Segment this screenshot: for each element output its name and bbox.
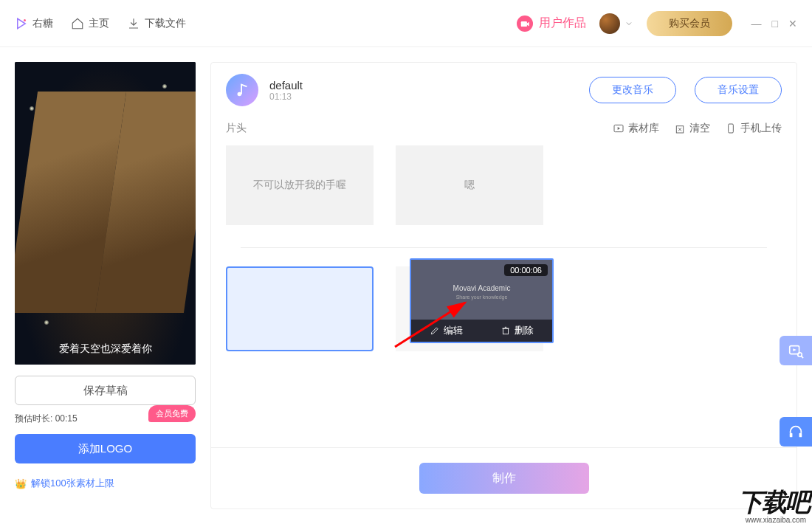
float-support-button[interactable]: [780, 417, 812, 447]
pencil-icon: [430, 325, 440, 336]
close-button[interactable]: ✕: [788, 18, 797, 30]
home-link[interactable]: 主页: [71, 17, 109, 30]
preview-image[interactable]: 爱着天空也深爱着你: [15, 62, 196, 365]
divider: [241, 247, 767, 248]
clip-text: 不可以放开我的手喔: [253, 179, 346, 192]
user-works-label: 用户作品: [539, 15, 586, 31]
maximize-button[interactable]: □: [772, 18, 778, 30]
duration-label: 预估时长: 00:15: [15, 413, 78, 424]
svg-rect-12: [799, 433, 802, 438]
header-left: 右糖 主页 下载文件: [15, 17, 186, 30]
material-library-button[interactable]: 素材库: [613, 122, 659, 135]
brand-logo[interactable]: 右糖: [15, 17, 53, 30]
float-preview-button[interactable]: [780, 336, 812, 365]
mobile-upload-label: 手机上传: [740, 122, 782, 135]
svg-rect-1: [520, 21, 526, 27]
chevron-down-icon: [625, 19, 633, 28]
thumb-title: Movavi Academic Share your knowledge: [453, 284, 511, 300]
side-float-icons: [780, 336, 812, 447]
music-name: default: [269, 79, 571, 92]
music-bar: default 01:13 更改音乐 音乐设置: [211, 63, 796, 117]
music-settings-button[interactable]: 音乐设置: [695, 77, 782, 103]
sidebar: 爱着天空也深爱着你 保存草稿 预估时长: 00:15 会员免费 添加LOGO 👑…: [15, 62, 196, 509]
download-link[interactable]: 下载文件: [127, 17, 186, 30]
delete-label: 删除: [515, 324, 534, 337]
brand-label: 右糖: [32, 17, 53, 30]
main-container: 爱着天空也深爱着你 保存草稿 预估时长: 00:15 会员免费 添加LOGO 👑…: [0, 47, 812, 524]
duration-row: 预估时长: 00:15 会员免费: [15, 413, 196, 425]
minimize-button[interactable]: —: [751, 18, 762, 30]
clip-text: 嗯: [464, 179, 475, 192]
library-label: 素材库: [628, 122, 659, 135]
unlock-label: 解锁100张素材上限: [31, 477, 114, 490]
music-icon: [226, 74, 258, 106]
clear-icon: [674, 123, 686, 134]
edit-label: 编辑: [444, 324, 463, 337]
window-controls: — □ ✕: [751, 18, 797, 30]
phone-icon: [725, 123, 737, 134]
section-bar: 片头 素材库 清空 手机上传: [211, 117, 796, 139]
user-works-link[interactable]: 用户作品: [517, 15, 586, 32]
home-label: 主页: [89, 17, 109, 30]
play-search-icon: [788, 342, 804, 359]
avatar-dropdown[interactable]: [599, 13, 633, 34]
clip-tile-1[interactable]: 不可以放开我的手喔: [226, 145, 374, 225]
delete-button[interactable]: 删除: [500, 324, 534, 337]
thumb-duration: 00:00:06: [504, 264, 548, 276]
download-icon: [127, 17, 140, 30]
section-title: 片头: [226, 122, 613, 135]
vip-badge: 会员免费: [148, 405, 196, 422]
thumb-actions: 编辑 删除: [411, 320, 552, 342]
floating-thumbnail[interactable]: 00:00:06 Movavi Academic Share your know…: [410, 258, 554, 343]
music-info: default 01:13: [269, 79, 571, 102]
avatar: [599, 13, 620, 34]
music-duration: 01:13: [269, 92, 571, 102]
unlock-link[interactable]: 👑 解锁100张素材上限: [15, 477, 196, 490]
preview-caption: 爱着天空也深爱着你: [15, 342, 196, 356]
play-icon: [15, 17, 28, 30]
headset-icon: [788, 424, 804, 440]
clip-tile-2[interactable]: 嗯: [396, 145, 543, 225]
svg-rect-5: [729, 124, 734, 133]
header: 右糖 主页 下载文件 用户作品 购买会员 — □ ✕: [0, 0, 812, 47]
svg-rect-6: [503, 328, 508, 334]
change-music-button[interactable]: 更改音乐: [589, 77, 676, 103]
trash-icon: [500, 325, 511, 336]
crown-icon: 👑: [15, 478, 27, 489]
watermark-url: www.xiazaiba.com: [746, 516, 806, 524]
section-actions: 素材库 清空 手机上传: [613, 122, 782, 135]
bottom-bar: 制作: [211, 447, 796, 509]
download-label: 下载文件: [145, 17, 186, 30]
camera-icon: [517, 15, 533, 32]
library-icon: [613, 123, 625, 134]
clip-selected[interactable]: [226, 266, 374, 351]
svg-line-10: [801, 356, 803, 358]
save-draft-button[interactable]: 保存草稿: [15, 376, 196, 405]
clear-button[interactable]: 清空: [674, 122, 710, 135]
mobile-upload-button[interactable]: 手机上传: [725, 122, 782, 135]
add-logo-button[interactable]: 添加LOGO: [15, 434, 196, 463]
clips-row-1: 不可以放开我的手喔 嗯: [226, 145, 782, 225]
home-icon: [71, 17, 84, 30]
svg-rect-11: [790, 433, 793, 438]
clear-label: 清空: [689, 122, 710, 135]
edit-button[interactable]: 编辑: [430, 324, 463, 337]
make-button[interactable]: 制作: [419, 463, 589, 494]
svg-point-0: [24, 19, 26, 21]
watermark-logo: 下载吧: [738, 486, 809, 520]
buy-vip-button[interactable]: 购买会员: [647, 11, 732, 36]
header-right: 用户作品 购买会员 — □ ✕: [517, 11, 797, 36]
